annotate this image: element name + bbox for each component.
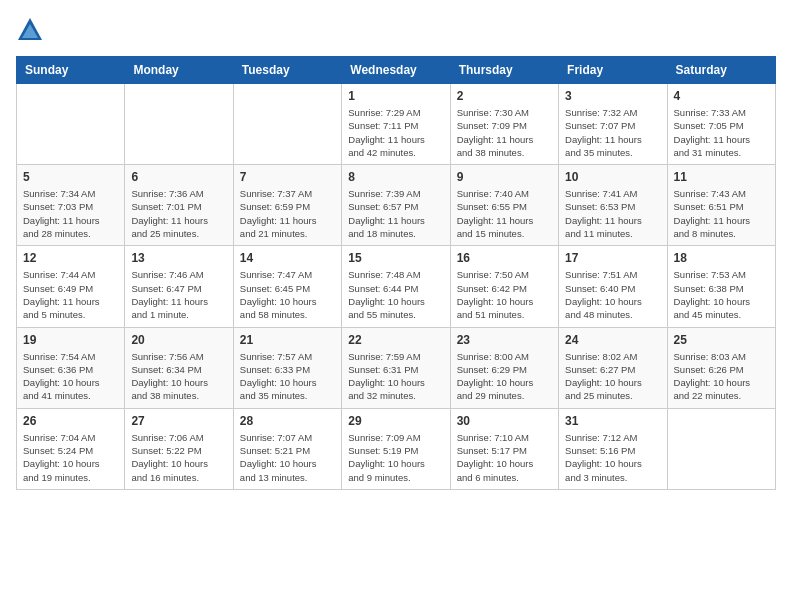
day-number: 22 bbox=[348, 333, 443, 347]
calendar-cell: 11Sunrise: 7:43 AM Sunset: 6:51 PM Dayli… bbox=[667, 165, 775, 246]
calendar-week-1: 1Sunrise: 7:29 AM Sunset: 7:11 PM Daylig… bbox=[17, 84, 776, 165]
calendar-cell: 13Sunrise: 7:46 AM Sunset: 6:47 PM Dayli… bbox=[125, 246, 233, 327]
day-number: 23 bbox=[457, 333, 552, 347]
calendar-week-3: 12Sunrise: 7:44 AM Sunset: 6:49 PM Dayli… bbox=[17, 246, 776, 327]
calendar-cell bbox=[667, 408, 775, 489]
calendar-cell: 16Sunrise: 7:50 AM Sunset: 6:42 PM Dayli… bbox=[450, 246, 558, 327]
day-info: Sunrise: 7:07 AM Sunset: 5:21 PM Dayligh… bbox=[240, 431, 335, 484]
calendar-cell: 1Sunrise: 7:29 AM Sunset: 7:11 PM Daylig… bbox=[342, 84, 450, 165]
calendar-cell: 29Sunrise: 7:09 AM Sunset: 5:19 PM Dayli… bbox=[342, 408, 450, 489]
day-info: Sunrise: 7:53 AM Sunset: 6:38 PM Dayligh… bbox=[674, 268, 769, 321]
day-of-week-friday: Friday bbox=[559, 57, 667, 84]
day-info: Sunrise: 7:48 AM Sunset: 6:44 PM Dayligh… bbox=[348, 268, 443, 321]
day-number: 18 bbox=[674, 251, 769, 265]
day-info: Sunrise: 7:33 AM Sunset: 7:05 PM Dayligh… bbox=[674, 106, 769, 159]
day-number: 13 bbox=[131, 251, 226, 265]
day-number: 10 bbox=[565, 170, 660, 184]
day-number: 30 bbox=[457, 414, 552, 428]
calendar-cell: 9Sunrise: 7:40 AM Sunset: 6:55 PM Daylig… bbox=[450, 165, 558, 246]
day-info: Sunrise: 7:50 AM Sunset: 6:42 PM Dayligh… bbox=[457, 268, 552, 321]
calendar-cell: 14Sunrise: 7:47 AM Sunset: 6:45 PM Dayli… bbox=[233, 246, 341, 327]
day-number: 28 bbox=[240, 414, 335, 428]
day-info: Sunrise: 7:10 AM Sunset: 5:17 PM Dayligh… bbox=[457, 431, 552, 484]
page-header bbox=[16, 16, 776, 44]
day-number: 5 bbox=[23, 170, 118, 184]
day-info: Sunrise: 7:04 AM Sunset: 5:24 PM Dayligh… bbox=[23, 431, 118, 484]
day-info: Sunrise: 7:46 AM Sunset: 6:47 PM Dayligh… bbox=[131, 268, 226, 321]
day-number: 29 bbox=[348, 414, 443, 428]
calendar-week-4: 19Sunrise: 7:54 AM Sunset: 6:36 PM Dayli… bbox=[17, 327, 776, 408]
calendar-cell: 24Sunrise: 8:02 AM Sunset: 6:27 PM Dayli… bbox=[559, 327, 667, 408]
calendar-week-2: 5Sunrise: 7:34 AM Sunset: 7:03 PM Daylig… bbox=[17, 165, 776, 246]
day-number: 31 bbox=[565, 414, 660, 428]
calendar-body: 1Sunrise: 7:29 AM Sunset: 7:11 PM Daylig… bbox=[17, 84, 776, 490]
day-info: Sunrise: 7:56 AM Sunset: 6:34 PM Dayligh… bbox=[131, 350, 226, 403]
calendar-cell: 20Sunrise: 7:56 AM Sunset: 6:34 PM Dayli… bbox=[125, 327, 233, 408]
calendar-table: SundayMondayTuesdayWednesdayThursdayFrid… bbox=[16, 56, 776, 490]
calendar-cell: 21Sunrise: 7:57 AM Sunset: 6:33 PM Dayli… bbox=[233, 327, 341, 408]
calendar-week-5: 26Sunrise: 7:04 AM Sunset: 5:24 PM Dayli… bbox=[17, 408, 776, 489]
day-of-week-monday: Monday bbox=[125, 57, 233, 84]
day-number: 19 bbox=[23, 333, 118, 347]
calendar-cell: 22Sunrise: 7:59 AM Sunset: 6:31 PM Dayli… bbox=[342, 327, 450, 408]
calendar-cell: 6Sunrise: 7:36 AM Sunset: 7:01 PM Daylig… bbox=[125, 165, 233, 246]
calendar-cell: 17Sunrise: 7:51 AM Sunset: 6:40 PM Dayli… bbox=[559, 246, 667, 327]
day-number: 21 bbox=[240, 333, 335, 347]
calendar-cell: 3Sunrise: 7:32 AM Sunset: 7:07 PM Daylig… bbox=[559, 84, 667, 165]
day-info: Sunrise: 7:12 AM Sunset: 5:16 PM Dayligh… bbox=[565, 431, 660, 484]
day-info: Sunrise: 7:06 AM Sunset: 5:22 PM Dayligh… bbox=[131, 431, 226, 484]
calendar-cell: 31Sunrise: 7:12 AM Sunset: 5:16 PM Dayli… bbox=[559, 408, 667, 489]
calendar-cell: 19Sunrise: 7:54 AM Sunset: 6:36 PM Dayli… bbox=[17, 327, 125, 408]
day-info: Sunrise: 7:37 AM Sunset: 6:59 PM Dayligh… bbox=[240, 187, 335, 240]
logo-icon bbox=[16, 16, 44, 44]
day-info: Sunrise: 7:41 AM Sunset: 6:53 PM Dayligh… bbox=[565, 187, 660, 240]
calendar-cell bbox=[233, 84, 341, 165]
day-info: Sunrise: 7:57 AM Sunset: 6:33 PM Dayligh… bbox=[240, 350, 335, 403]
calendar-header: SundayMondayTuesdayWednesdayThursdayFrid… bbox=[17, 57, 776, 84]
day-number: 1 bbox=[348, 89, 443, 103]
calendar-cell: 15Sunrise: 7:48 AM Sunset: 6:44 PM Dayli… bbox=[342, 246, 450, 327]
calendar-cell: 25Sunrise: 8:03 AM Sunset: 6:26 PM Dayli… bbox=[667, 327, 775, 408]
day-info: Sunrise: 7:34 AM Sunset: 7:03 PM Dayligh… bbox=[23, 187, 118, 240]
day-info: Sunrise: 7:44 AM Sunset: 6:49 PM Dayligh… bbox=[23, 268, 118, 321]
day-info: Sunrise: 8:03 AM Sunset: 6:26 PM Dayligh… bbox=[674, 350, 769, 403]
day-number: 25 bbox=[674, 333, 769, 347]
calendar-cell: 2Sunrise: 7:30 AM Sunset: 7:09 PM Daylig… bbox=[450, 84, 558, 165]
day-of-week-saturday: Saturday bbox=[667, 57, 775, 84]
day-number: 26 bbox=[23, 414, 118, 428]
day-number: 8 bbox=[348, 170, 443, 184]
calendar-cell: 10Sunrise: 7:41 AM Sunset: 6:53 PM Dayli… bbox=[559, 165, 667, 246]
day-info: Sunrise: 7:43 AM Sunset: 6:51 PM Dayligh… bbox=[674, 187, 769, 240]
day-number: 9 bbox=[457, 170, 552, 184]
day-info: Sunrise: 7:54 AM Sunset: 6:36 PM Dayligh… bbox=[23, 350, 118, 403]
day-info: Sunrise: 7:47 AM Sunset: 6:45 PM Dayligh… bbox=[240, 268, 335, 321]
calendar-cell: 28Sunrise: 7:07 AM Sunset: 5:21 PM Dayli… bbox=[233, 408, 341, 489]
day-info: Sunrise: 7:51 AM Sunset: 6:40 PM Dayligh… bbox=[565, 268, 660, 321]
calendar-cell: 4Sunrise: 7:33 AM Sunset: 7:05 PM Daylig… bbox=[667, 84, 775, 165]
day-of-week-tuesday: Tuesday bbox=[233, 57, 341, 84]
day-number: 24 bbox=[565, 333, 660, 347]
calendar-cell: 26Sunrise: 7:04 AM Sunset: 5:24 PM Dayli… bbox=[17, 408, 125, 489]
calendar-cell: 23Sunrise: 8:00 AM Sunset: 6:29 PM Dayli… bbox=[450, 327, 558, 408]
day-number: 3 bbox=[565, 89, 660, 103]
day-info: Sunrise: 8:02 AM Sunset: 6:27 PM Dayligh… bbox=[565, 350, 660, 403]
day-number: 6 bbox=[131, 170, 226, 184]
day-info: Sunrise: 7:39 AM Sunset: 6:57 PM Dayligh… bbox=[348, 187, 443, 240]
day-info: Sunrise: 7:09 AM Sunset: 5:19 PM Dayligh… bbox=[348, 431, 443, 484]
day-of-week-sunday: Sunday bbox=[17, 57, 125, 84]
calendar-cell bbox=[17, 84, 125, 165]
day-info: Sunrise: 7:40 AM Sunset: 6:55 PM Dayligh… bbox=[457, 187, 552, 240]
calendar-cell: 7Sunrise: 7:37 AM Sunset: 6:59 PM Daylig… bbox=[233, 165, 341, 246]
calendar-cell bbox=[125, 84, 233, 165]
calendar-cell: 5Sunrise: 7:34 AM Sunset: 7:03 PM Daylig… bbox=[17, 165, 125, 246]
day-info: Sunrise: 7:30 AM Sunset: 7:09 PM Dayligh… bbox=[457, 106, 552, 159]
calendar-cell: 18Sunrise: 7:53 AM Sunset: 6:38 PM Dayli… bbox=[667, 246, 775, 327]
day-info: Sunrise: 8:00 AM Sunset: 6:29 PM Dayligh… bbox=[457, 350, 552, 403]
day-of-week-thursday: Thursday bbox=[450, 57, 558, 84]
calendar-cell: 30Sunrise: 7:10 AM Sunset: 5:17 PM Dayli… bbox=[450, 408, 558, 489]
day-info: Sunrise: 7:29 AM Sunset: 7:11 PM Dayligh… bbox=[348, 106, 443, 159]
day-number: 2 bbox=[457, 89, 552, 103]
day-info: Sunrise: 7:59 AM Sunset: 6:31 PM Dayligh… bbox=[348, 350, 443, 403]
day-info: Sunrise: 7:32 AM Sunset: 7:07 PM Dayligh… bbox=[565, 106, 660, 159]
day-number: 7 bbox=[240, 170, 335, 184]
